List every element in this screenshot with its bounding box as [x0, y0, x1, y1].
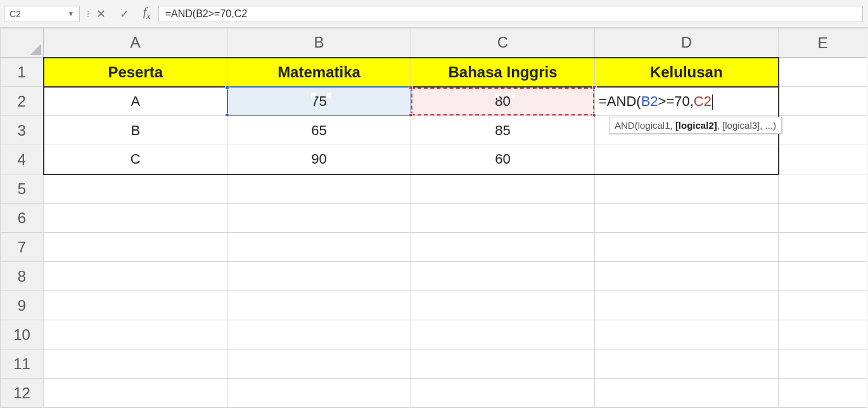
cell-a1[interactable]: Peserta — [44, 58, 227, 87]
cell-c6[interactable] — [411, 204, 595, 233]
cell-a5[interactable] — [44, 174, 227, 204]
cancel-icon[interactable]: ✕ — [96, 7, 106, 21]
cell-c8[interactable] — [411, 262, 595, 291]
cell-b5[interactable] — [227, 174, 411, 204]
cell-c12[interactable] — [411, 379, 595, 408]
cell-e10[interactable] — [779, 320, 867, 349]
cell-e8[interactable] — [779, 262, 867, 291]
cell-b3[interactable]: 65 — [227, 116, 411, 145]
row-header-10[interactable]: 10 — [1, 320, 44, 349]
formula-input[interactable]: =AND(B2>=70,C2 — [158, 6, 863, 22]
cell-b10[interactable] — [227, 320, 411, 349]
cell-c7[interactable] — [411, 233, 595, 262]
text-cursor-icon — [712, 95, 713, 110]
cell-b7[interactable] — [227, 233, 411, 262]
row-header-6[interactable]: 6 — [1, 204, 44, 233]
cell-e11[interactable] — [779, 349, 867, 379]
cell-d1[interactable]: Kelulusan — [595, 58, 779, 87]
cell-d8[interactable] — [595, 262, 779, 291]
cell-d6[interactable] — [595, 204, 779, 233]
cell-c11[interactable] — [411, 349, 595, 379]
cell-e1[interactable] — [779, 58, 867, 87]
cell-d2[interactable]: =AND(B2>=70,C2 AND(logical1, [logical2],… — [595, 87, 779, 116]
row-header-4[interactable]: 4 — [1, 145, 44, 174]
cell-c4[interactable]: 60 — [411, 145, 595, 174]
cell-e6[interactable] — [779, 204, 867, 233]
spreadsheet-grid[interactable]: A B C D E 1 Peserta Matematika Bahasa In… — [0, 28, 868, 408]
row-header-8[interactable]: 8 — [1, 262, 44, 291]
cell-e3[interactable] — [779, 116, 867, 145]
cell-d4[interactable] — [595, 145, 779, 174]
cell-c5[interactable] — [411, 174, 595, 204]
cell-b6[interactable] — [227, 204, 411, 233]
cell-c9[interactable] — [411, 291, 595, 320]
formula-bar-buttons: ✕ ✓ fx — [93, 6, 158, 22]
row-header-5[interactable]: 5 — [1, 174, 44, 204]
function-tooltip[interactable]: AND(logical1, [logical2], [logical3], ..… — [609, 117, 782, 134]
cell-b2-value: 75 — [311, 93, 326, 109]
cell-e12[interactable] — [779, 379, 867, 408]
cell-b8[interactable] — [227, 262, 411, 291]
col-header-e[interactable]: E — [779, 29, 867, 58]
cell-e2[interactable] — [779, 87, 867, 116]
cell-a3[interactable]: B — [44, 116, 227, 145]
col-header-c[interactable]: C — [411, 29, 595, 58]
cell-a2[interactable]: A — [44, 87, 227, 116]
cell-a9[interactable] — [44, 291, 227, 320]
cell-e7[interactable] — [779, 233, 867, 262]
cell-a7[interactable] — [44, 233, 227, 262]
formula-input-text: =AND(B2>=70,C2 — [165, 8, 247, 20]
row-header-12[interactable]: 12 — [1, 379, 44, 408]
cell-b1[interactable]: Matematika — [227, 58, 411, 87]
grip-icon — [84, 11, 93, 17]
name-box[interactable]: C2 ▼ — [4, 6, 80, 22]
cell-c3[interactable]: 85 — [411, 116, 595, 145]
cell-b11[interactable] — [227, 349, 411, 379]
chevron-down-icon[interactable]: ▼ — [68, 10, 74, 17]
cell-c2[interactable]: 80 — [411, 87, 595, 116]
range-handle-icon[interactable] — [409, 85, 413, 89]
cell-a4[interactable]: C — [44, 145, 227, 174]
row-header-9[interactable]: 9 — [1, 291, 44, 320]
cell-b9[interactable] — [227, 291, 411, 320]
name-box-value: C2 — [10, 9, 21, 19]
fx-icon[interactable]: fx — [143, 6, 151, 22]
cell-e4[interactable] — [779, 145, 867, 174]
cell-b12[interactable] — [227, 379, 411, 408]
cell-d11[interactable] — [595, 349, 779, 379]
cell-c1[interactable]: Bahasa Inggris — [411, 58, 595, 87]
range-handle-icon[interactable] — [225, 85, 229, 89]
cell-c2-value: 80 — [495, 93, 510, 109]
cell-e5[interactable] — [779, 174, 867, 204]
select-all-corner[interactable] — [1, 29, 44, 58]
enter-icon[interactable]: ✓ — [120, 7, 129, 21]
cell-e9[interactable] — [779, 291, 867, 320]
row-header-2[interactable]: 2 — [1, 87, 44, 116]
formula-bar: C2 ▼ ✕ ✓ fx =AND(B2>=70,C2 — [0, 0, 868, 28]
cell-b2[interactable]: 75 — [227, 87, 411, 116]
cell-d2-editing-formula: =AND(B2>=70,C2 — [599, 93, 713, 109]
cell-d10[interactable] — [595, 320, 779, 349]
cell-d12[interactable] — [595, 379, 779, 408]
cell-a10[interactable] — [44, 320, 227, 349]
cell-a12[interactable] — [44, 379, 227, 408]
cell-a11[interactable] — [44, 349, 227, 379]
cell-d7[interactable] — [595, 233, 779, 262]
cell-d5[interactable] — [595, 174, 779, 204]
col-header-a[interactable]: A — [44, 29, 227, 58]
row-header-3[interactable]: 3 — [1, 116, 44, 145]
cell-a6[interactable] — [44, 204, 227, 233]
col-header-b[interactable]: B — [227, 29, 411, 58]
col-header-d[interactable]: D — [595, 29, 779, 58]
cell-d9[interactable] — [595, 291, 779, 320]
cell-b4[interactable]: 90 — [227, 145, 411, 174]
row-header-11[interactable]: 11 — [1, 349, 44, 379]
row-header-7[interactable]: 7 — [1, 233, 44, 262]
cell-c10[interactable] — [411, 320, 595, 349]
cell-a8[interactable] — [44, 262, 227, 291]
row-header-1[interactable]: 1 — [1, 58, 44, 87]
